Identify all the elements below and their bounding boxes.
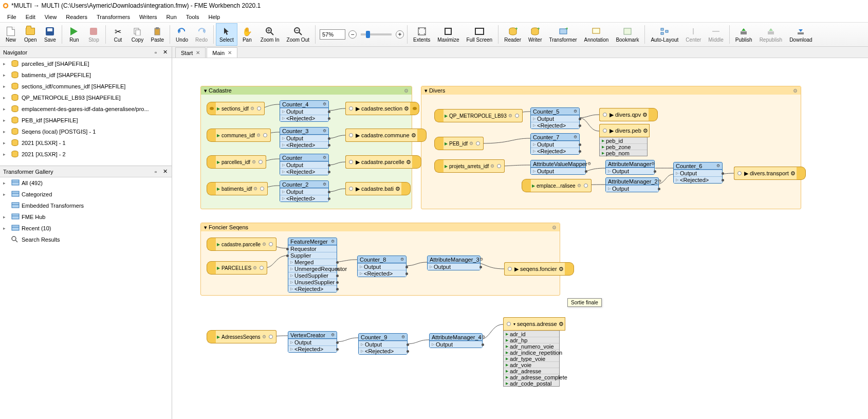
gear-icon[interactable]: ⚙ (404, 88, 409, 94)
navigator-item[interactable]: ▸sections_idf/communes_idf [SHAPEFILE] (0, 81, 172, 92)
transformer-gallery[interactable]: ▸All (492)▸CategorizedEmbedded Transform… (0, 177, 172, 419)
menu-readers[interactable]: Readers (62, 13, 91, 21)
gear-icon[interactable]: ⚙ (552, 225, 557, 230)
writer-seqens-adresse[interactable]: ▾seqens.adresse⚙ ▶adr_id▶adr_hp▶adr_nume… (503, 317, 561, 387)
zoom-plus-button[interactable]: + (396, 30, 404, 39)
navigator-tree[interactable]: ▸parcelles_idf [SHAPEFILE]▸batiments_idf… (0, 58, 172, 166)
zoom-minus-button[interactable]: − (348, 30, 357, 39)
writer-cadastre-bati[interactable]: ▶cadastre.bati⚙ (345, 182, 411, 195)
toolbar-transformer-button[interactable]: +Transformer (545, 23, 580, 46)
toolbar-zoom-in-button[interactable]: Zoom In (257, 23, 283, 46)
transformer-attribute-manager-3[interactable]: AttributeManager_3⚙ ▷Output (427, 256, 481, 270)
toolbar-select-button[interactable]: Select (216, 23, 237, 46)
zoom-input[interactable] (320, 29, 345, 40)
menu-view[interactable]: View (41, 13, 61, 21)
menu-help[interactable]: Help (204, 13, 224, 21)
toolbar-publish-button[interactable]: Publish (732, 23, 756, 46)
writer-cadastre-parcelle[interactable]: ▶cadastre.parcelle⚙ (345, 155, 421, 169)
reader-peb-idf[interactable]: ▶PEB_idf⚙ (434, 137, 484, 150)
gallery-item[interactable]: ▸Categorized (0, 189, 172, 200)
transformer-attribute-manager-4[interactable]: AttributeManager_4⚙ ▷Output (429, 333, 483, 348)
tab-main[interactable]: Main ✕ (207, 47, 237, 58)
workspace-canvas[interactable]: ▾ Cadastre⚙ ▾ Divers⚙ ▾ Foncier Seqens⚙ … (172, 58, 868, 419)
writer-cadastre-section[interactable]: ▶cadastre.section⚙ (345, 102, 419, 115)
transformer-counter-9[interactable]: Counter_9⚙ ▷Output ▷<Rejected> (358, 333, 408, 355)
reader-cadastre-parcelle[interactable]: ▶cadastre.parcelle⚙ (207, 238, 276, 251)
transformer-attribute-manager[interactable]: AttributeManager⚙ ▷Output (605, 160, 655, 175)
transformer-counter-2[interactable]: Counter_2⚙ ▷Output ▷<Rejected> (280, 180, 329, 202)
writer-divers-transport[interactable]: ▶divers.transport⚙ (734, 167, 806, 180)
transformer-vertex-creator[interactable]: VertexCreator⚙ ▷Output ▷<Rejected> (288, 331, 337, 353)
menu-file[interactable]: File (3, 13, 21, 21)
zoom-slider[interactable] (361, 33, 392, 35)
gallery-item[interactable]: ▸Recent (10) (0, 223, 172, 234)
menu-edit[interactable]: Edit (22, 13, 40, 21)
navigator-item[interactable]: ▸batiments_idf [SHAPEFILE] (0, 69, 172, 81)
toolbar-save-button[interactable]: Save (40, 23, 60, 46)
reader-adresses-seqens[interactable]: ▶AdressesSeqens⚙ (207, 330, 276, 343)
navigator-item[interactable]: ▸parcelles_idf [SHAPEFILE] (0, 58, 172, 69)
toolbar-auto-layout-button[interactable]: Auto-Layout (647, 23, 682, 46)
gallery-item[interactable]: ▸FME Hub (0, 211, 172, 223)
close-icon[interactable]: ✕ (196, 50, 200, 56)
transformer-counter-4[interactable]: Counter_4⚙ ▷Output ▷<Rejected> (280, 100, 329, 122)
writer-divers-peb[interactable]: ▶divers.peb⚙ ▶peb_id ▶peb_zone ▶peb_nom (599, 124, 649, 156)
toolbar-new-button[interactable]: New (1, 23, 21, 46)
transformer-counter-5[interactable]: Counter_5⚙ ▷Output ▷<Rejected> (530, 107, 580, 129)
reader-qp-metropole[interactable]: ▶QP_METROPOLE_LB93⚙ (434, 109, 523, 122)
writer-divers-qpv[interactable]: ▶divers.qpv⚙ (599, 108, 658, 121)
toolbar-cut-button[interactable]: ✂Cut (108, 23, 127, 46)
close-icon[interactable]: ✕ (228, 50, 232, 56)
toolbar-reader-button[interactable]: +Reader (501, 23, 525, 46)
toolbar-open-button[interactable]: Open (21, 23, 40, 46)
gallery-item[interactable]: ▸All (492) (0, 177, 172, 189)
toolbar-full-screen-button[interactable]: Full Screen (463, 23, 496, 46)
gallery-item[interactable]: Embedded Transformers (0, 200, 172, 211)
navigator-item[interactable]: ▸emplacement-des-gares-idf-data-generali… (0, 103, 172, 115)
writer-seqens-foncier[interactable]: ▶seqens.foncier⚙ (504, 262, 574, 276)
reader-emplacement[interactable]: ▶emplace...ralisee⚙ (522, 179, 592, 192)
transformer-counter-8[interactable]: Counter_8⚙ ▷Output ▷<Rejected> (357, 256, 407, 277)
menu-tools[interactable]: Tools (182, 13, 204, 21)
gallery-item[interactable]: Search Results (0, 234, 172, 245)
reader-projets-arrets[interactable]: ▶projets_arrets_idf⚙ (434, 159, 505, 173)
gear-icon[interactable]: ⚙ (793, 88, 798, 94)
toolbar-pan-button[interactable]: ✋Pan (237, 23, 257, 46)
toolbar-zoom-out-button[interactable]: Zoom Out (283, 23, 313, 46)
toolbar-extents-button[interactable]: Extents (410, 23, 434, 46)
menu-run[interactable]: Run (162, 13, 181, 21)
menu-writers[interactable]: Writers (135, 13, 161, 21)
transformer-counter-3[interactable]: Counter_3⚙ ▷Output ▷<Rejected> (280, 127, 329, 149)
transformer-counter-7[interactable]: Counter_7⚙ ▷Output ▷<Rejected> (530, 133, 580, 155)
toolbar-download-button[interactable]: Download (786, 23, 816, 46)
reader-parcelles-idf[interactable]: ▶parcelles_idf⚙ (207, 155, 266, 169)
toolbar-run-button[interactable]: Run (64, 23, 84, 46)
transformer-counter-6[interactable]: Counter_6⚙ ▷Output ▷<Rejected> (673, 162, 723, 184)
reader-communes-idf[interactable]: ▶communes_idf⚙ (207, 129, 271, 142)
navigator-close-icon[interactable]: ✕ (161, 49, 169, 56)
navigator-item[interactable]: ▸QP_METROPOLE_LB93 [SHAPEFILE] (0, 92, 172, 103)
toolbar-annotation-button[interactable]: Annotation (581, 23, 613, 46)
reader-parcelles-caps[interactable]: ▶PARCELLES⚙ (207, 261, 267, 275)
navigator-item[interactable]: ▸2021 [XLSXR] - 1 (0, 137, 172, 149)
toolbar-copy-button[interactable]: Copy (127, 23, 147, 46)
navigator-undock-icon[interactable]: ▫ (152, 49, 159, 56)
navigator-item[interactable]: ▸PEB_idf [SHAPEFILE] (0, 115, 172, 126)
toolbar-maximize-button[interactable]: Maximize (434, 23, 463, 46)
tab-start[interactable]: Start ✕ (175, 47, 206, 58)
transformer-attribute-manager-2[interactable]: AttributeManager_2⚙ ▷Output (605, 177, 659, 192)
toolbar-writer-button[interactable]: +Writer (525, 23, 545, 46)
navigator-item[interactable]: ▸Seqens (local) [POSTGIS] - 1 (0, 126, 172, 137)
transformer-counter[interactable]: Counter⚙ ▷Output ▷<Rejected> (280, 154, 329, 175)
toolbar-bookmark-button[interactable]: Bookmark (612, 23, 642, 46)
gallery-close-icon[interactable]: ✕ (161, 168, 169, 175)
writer-cadastre-commune[interactable]: ▶cadastre.commune⚙ (345, 129, 427, 142)
gallery-undock-icon[interactable]: ▫ (152, 168, 159, 175)
menu-transformers[interactable]: Transformers (93, 13, 134, 21)
reader-sections-idf[interactable]: ▶sections_idf⚙ (207, 102, 265, 115)
toolbar-paste-button[interactable]: Paste (147, 23, 168, 46)
toolbar-undo-button[interactable]: Undo (172, 23, 192, 46)
reader-batiments-idf[interactable]: ▶batiments_idf⚙ (207, 182, 268, 195)
navigator-item[interactable]: ▸2021 [XLSXR] - 2 (0, 149, 172, 160)
transformer-attribute-value-mapper[interactable]: AttributeValueMapper⚙ ▷Output (530, 160, 586, 175)
